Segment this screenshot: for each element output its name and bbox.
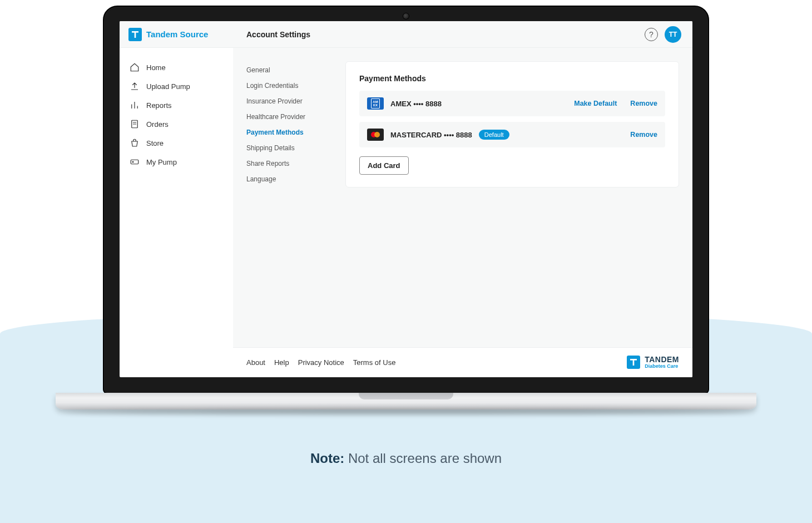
subnav-item-healthcare-provider[interactable]: Healthcare Provider (246, 109, 330, 125)
svg-rect-1 (132, 31, 138, 33)
payment-method-row: AMEX AMEX •••• 8888 Make Default Remove (359, 91, 665, 116)
sidebar-item-label: Reports (146, 101, 172, 110)
footer-brand-line2: Diabetes Care (645, 364, 679, 369)
app-screen: Tandem Source Account Settings ? TT (120, 21, 692, 377)
subnav-item-payment-methods[interactable]: Payment Methods (246, 125, 330, 140)
subnav-item-shipping-details[interactable]: Shipping Details (246, 140, 330, 156)
upload-icon (130, 81, 140, 91)
subnav-item-insurance-provider[interactable]: Insurance Provider (246, 93, 330, 109)
payment-methods-card: Payment Methods AMEX AMEX •••• 8888 Make… (345, 61, 679, 188)
default-badge: Default (479, 130, 509, 140)
payment-method-label: MASTERCARD •••• 8888 (390, 131, 472, 139)
note-text: Not all screens are shown (348, 451, 502, 466)
payment-method-row: MASTERCARD •••• 8888 Default Remove (359, 122, 665, 147)
brand-logo-icon (627, 356, 640, 369)
note-caption: Note: Not all screens are shown (0, 451, 812, 466)
reports-icon (130, 100, 140, 110)
remove-button[interactable]: Remove (630, 131, 657, 139)
sidebar-item-home[interactable]: Home (120, 58, 233, 77)
home-icon (130, 62, 140, 72)
sidebar-item-store[interactable]: Store (120, 134, 233, 152)
footer-link-terms[interactable]: Terms of Use (353, 358, 396, 367)
footer-brand: TANDEM Diabetes Care (627, 356, 679, 369)
note-prefix: Note: (310, 451, 344, 466)
brand[interactable]: Tandem Source (120, 28, 233, 41)
app-body: Home Upload Pump Reports (120, 48, 692, 347)
mastercard-card-icon (367, 129, 384, 141)
payment-method-label: AMEX •••• 8888 (390, 100, 442, 108)
footer-link-help[interactable]: Help (274, 358, 289, 367)
brand-logo-icon (128, 28, 142, 41)
sidebar-item-label: Upload Pump (146, 82, 190, 91)
subnav-item-general[interactable]: General (246, 62, 330, 78)
help-icon[interactable]: ? (645, 28, 658, 41)
footer-link-privacy[interactable]: Privacy Notice (298, 358, 344, 367)
footer-brand-text: TANDEM Diabetes Care (645, 356, 679, 369)
app-root: Tandem Source Account Settings ? TT (120, 21, 692, 377)
card-title: Payment Methods (359, 74, 665, 83)
footer-link-about[interactable]: About (246, 358, 265, 367)
brand-name: Tandem Source (146, 29, 208, 39)
settings-subnav: General Login Credentials Insurance Prov… (246, 61, 330, 347)
avatar[interactable]: TT (665, 26, 681, 43)
svg-rect-6 (630, 359, 637, 361)
svg-point-4 (132, 161, 133, 162)
footer: About Help Privacy Notice Terms of Use T… (233, 347, 692, 377)
sidebar-item-upload-pump[interactable]: Upload Pump (120, 77, 233, 96)
sidebar-item-my-pump[interactable]: My Pump (120, 152, 233, 171)
sidebar-item-label: Store (146, 139, 164, 147)
make-default-button[interactable]: Make Default (574, 100, 617, 107)
sidebar-item-reports[interactable]: Reports (120, 96, 233, 115)
sidebar-item-label: Orders (146, 120, 169, 129)
main: General Login Credentials Insurance Prov… (233, 48, 692, 347)
camera-icon (403, 13, 409, 19)
topbar: Tandem Source Account Settings ? TT (120, 21, 692, 48)
top-actions: ? TT (645, 26, 681, 43)
laptop-mockup: Tandem Source Account Settings ? TT (103, 6, 709, 409)
pump-icon (130, 157, 140, 167)
footer-brand-line1: TANDEM (645, 356, 679, 364)
sidebar-item-orders[interactable]: Orders (120, 115, 233, 134)
amex-card-icon: AMEX (367, 97, 384, 110)
laptop-base (56, 393, 756, 409)
orders-icon (130, 119, 140, 129)
remove-button[interactable]: Remove (630, 100, 657, 107)
sidebar: Home Upload Pump Reports (120, 48, 233, 347)
laptop-bezel: Tandem Source Account Settings ? TT (103, 6, 709, 394)
sidebar-item-label: Home (146, 63, 166, 72)
subnav-item-share-reports[interactable]: Share Reports (246, 156, 330, 171)
store-icon (130, 138, 140, 148)
svg-rect-3 (131, 160, 138, 164)
sidebar-item-label: My Pump (146, 158, 177, 166)
subnav-item-login-credentials[interactable]: Login Credentials (246, 78, 330, 93)
subnav-item-language[interactable]: Language (246, 171, 330, 187)
add-card-button[interactable]: Add Card (359, 156, 409, 175)
page-title: Account Settings (233, 30, 645, 39)
